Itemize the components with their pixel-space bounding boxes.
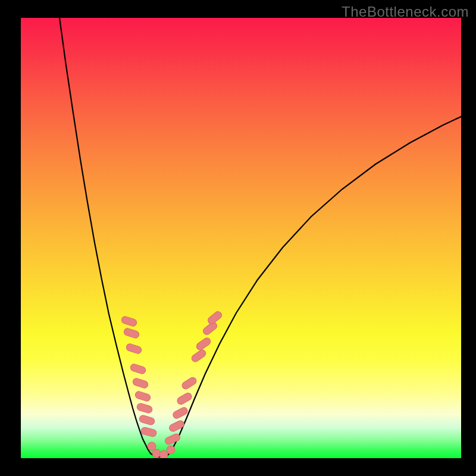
marker-pill: [195, 337, 212, 352]
marker-pill: [136, 402, 153, 414]
marker-pill: [140, 427, 157, 437]
marker-dot: [148, 442, 156, 450]
marker-pill: [168, 419, 186, 433]
chart-frame: TheBottleneck.com: [0, 0, 476, 476]
marker-pill: [121, 315, 137, 327]
marker-pill: [176, 392, 193, 405]
marker-pill: [134, 390, 151, 402]
marker-pill: [164, 433, 181, 446]
marker-dot: [167, 446, 175, 454]
marker-pill: [123, 327, 140, 339]
bottleneck-curve: [21, 18, 461, 458]
marker-pill: [190, 349, 207, 364]
series-right-branch: [168, 117, 461, 455]
marker-pill: [139, 415, 155, 426]
marker-pill: [132, 377, 149, 389]
marker-pill: [130, 363, 146, 374]
series-left-branch: [60, 18, 151, 453]
marker-dot: [159, 450, 168, 458]
plot-area: [21, 18, 461, 458]
marker-pill: [181, 376, 198, 390]
marker-pill: [126, 343, 142, 354]
